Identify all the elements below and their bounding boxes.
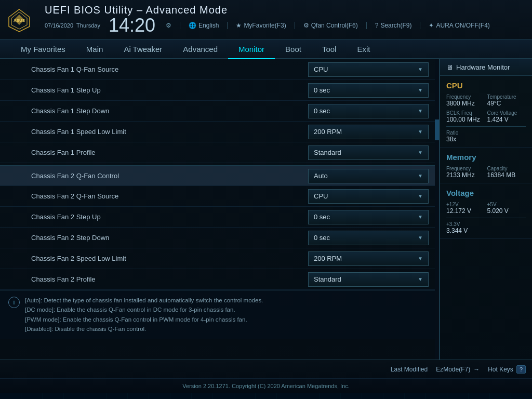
chassis-fan1-step-up-value: 0 sec bbox=[314, 86, 330, 94]
footer-bar: Last Modified EzMode(F7) → Hot Keys ? bbox=[0, 360, 532, 378]
v12-value: 12.172 V bbox=[446, 207, 485, 215]
table-row: Chassis Fan 2 Q-Fan Control Auto ▼ bbox=[0, 165, 439, 186]
memory-capacity-group: Capacity 16384 MB bbox=[487, 166, 526, 179]
svg-text:ASUS: ASUS bbox=[14, 18, 25, 23]
chassis-fan1-qfan-source-control: CPU ▼ bbox=[308, 62, 429, 77]
hot-keys-button[interactable]: Hot Keys ? bbox=[488, 365, 526, 374]
nav-monitor[interactable]: Monitor bbox=[228, 39, 275, 59]
chassis-fan1-speed-low-value: 200 RPM bbox=[314, 128, 342, 136]
table-row: Chassis Fan 1 Speed Low Limit 200 RPM ▼ bbox=[0, 122, 439, 142]
bclk-freq-label: BCLK Freq bbox=[446, 110, 485, 116]
info-line-1: [Auto]: Detect the type of chassis fan i… bbox=[25, 296, 431, 305]
chassis-fan2-step-up-value: 0 sec bbox=[314, 213, 330, 221]
hardware-monitor-title: Hardware Monitor bbox=[456, 63, 510, 71]
aura-label: AURA ON/OFF(F4) bbox=[436, 22, 489, 29]
my-favorite-button[interactable]: ★ MyFavorite(F3) bbox=[236, 22, 286, 29]
info-line-2: [DC mode]: Enable the chassis Q-Fan cont… bbox=[25, 305, 431, 314]
cpu-frequency-label: Frequency bbox=[446, 94, 485, 100]
chassis-fan1-step-down-control: 0 sec ▼ bbox=[308, 104, 429, 118]
chassis-fan2-step-down-dropdown[interactable]: 0 sec ▼ bbox=[308, 231, 429, 245]
chassis-fan2-qfan-control-dropdown[interactable]: Auto ▼ bbox=[308, 169, 429, 183]
scrollbar[interactable] bbox=[435, 59, 439, 360]
scroll-thumb[interactable] bbox=[435, 119, 439, 140]
core-voltage-label: Core Voltage bbox=[487, 110, 526, 116]
table-row: Chassis Fan 2 Step Down 0 sec ▼ bbox=[0, 228, 439, 248]
asus-logo-icon: ASUS bbox=[6, 7, 32, 33]
chassis-fan2-qfan-source-label: Chassis Fan 2 Q-Fan Source bbox=[31, 192, 308, 200]
nav-ai-tweaker[interactable]: Ai Tweaker bbox=[113, 39, 172, 59]
v33-value: 3.344 V bbox=[446, 227, 526, 234]
chassis-fan1-step-up-dropdown[interactable]: 0 sec ▼ bbox=[308, 83, 429, 98]
cpu-ratio-group: Ratio 38x bbox=[446, 130, 526, 143]
date-display: 07/16/2020 bbox=[45, 22, 73, 29]
last-modified-button[interactable]: Last Modified bbox=[391, 366, 428, 373]
cpu-ratio-value: 38x bbox=[446, 136, 526, 143]
cpu-temperature-group: Temperature 49°C bbox=[487, 94, 526, 107]
nav-tool[interactable]: Tool bbox=[312, 39, 347, 59]
hardware-monitor-header: 🖥 Hardware Monitor bbox=[440, 59, 532, 76]
memory-capacity-value: 16384 MB bbox=[487, 171, 526, 179]
version-text: Version 2.20.1271. Copyright (C) 2020 Am… bbox=[182, 383, 350, 389]
day-display: Thursday bbox=[76, 22, 100, 29]
chassis-fan2-step-up-control: 0 sec ▼ bbox=[308, 210, 429, 224]
chassis-fan2-speed-low-label: Chassis Fan 2 Speed Low Limit bbox=[31, 255, 308, 262]
aura-button[interactable]: ✦ AURA ON/OFF(F4) bbox=[429, 22, 489, 29]
chassis-fan2-qfan-control-value: Auto bbox=[314, 172, 328, 180]
voltage-section-title: Voltage bbox=[446, 189, 526, 197]
v33-group: +3.3V 3.344 V bbox=[446, 221, 526, 234]
search-button[interactable]: ? Search(F9) bbox=[375, 22, 412, 29]
hardware-monitor-panel: 🖥 Hardware Monitor CPU Frequency 3800 MH… bbox=[440, 59, 532, 360]
voltage-metrics-grid: +12V 12.172 V +5V 5.020 V bbox=[446, 202, 526, 215]
chassis-fan1-speed-low-dropdown[interactable]: 200 RPM ▼ bbox=[308, 125, 429, 139]
chassis-fan2-speed-low-dropdown[interactable]: 200 RPM ▼ bbox=[308, 251, 429, 266]
nav-my-favorites[interactable]: My Favorites bbox=[10, 39, 76, 59]
chassis-fan2-profile-dropdown[interactable]: Standard ▼ bbox=[308, 272, 429, 287]
chassis-fan1-qfan-source-value: CPU bbox=[314, 65, 328, 73]
memory-section-title: Memory bbox=[446, 153, 526, 162]
v12-group: +12V 12.172 V bbox=[446, 202, 485, 215]
chassis-fan2-profile-value: Standard bbox=[314, 275, 341, 283]
header-divider1 bbox=[180, 22, 180, 29]
chassis-fan1-qfan-source-dropdown[interactable]: CPU ▼ bbox=[308, 62, 429, 77]
table-row: Chassis Fan 2 Q-Fan Source CPU ▼ bbox=[0, 186, 439, 207]
v33-label: +3.3V bbox=[446, 221, 526, 227]
chassis-fan2-step-down-control: 0 sec ▼ bbox=[308, 231, 429, 245]
memory-frequency-label: Frequency bbox=[446, 166, 485, 171]
qfan-control-button[interactable]: ⚙ Qfan Control(F6) bbox=[303, 22, 358, 29]
header-divider5 bbox=[420, 22, 420, 29]
ez-mode-button[interactable]: EzMode(F7) → bbox=[436, 366, 480, 373]
v5-value: 5.020 V bbox=[487, 207, 526, 215]
datetime-display: 07/16/2020 Thursday bbox=[45, 22, 100, 29]
chassis-fan1-profile-value: Standard bbox=[314, 149, 341, 156]
star-icon: ★ bbox=[236, 22, 242, 29]
chassis-fan2-step-up-dropdown[interactable]: 0 sec ▼ bbox=[308, 210, 429, 224]
help-key-badge: ? bbox=[516, 365, 526, 374]
chassis-fan2-qfan-source-dropdown[interactable]: CPU ▼ bbox=[308, 189, 429, 204]
nav-advanced[interactable]: Advanced bbox=[172, 39, 228, 59]
table-row: Chassis Fan 1 Step Down 0 sec ▼ bbox=[0, 101, 439, 122]
header-divider3 bbox=[295, 22, 295, 29]
table-row: Chassis Fan 2 Profile Standard ▼ bbox=[0, 269, 439, 290]
chassis-fan1-profile-dropdown[interactable]: Standard ▼ bbox=[308, 145, 429, 160]
chassis-fan2-step-down-value: 0 sec bbox=[314, 234, 330, 242]
nav-boot[interactable]: Boot bbox=[275, 39, 312, 59]
nav-main[interactable]: Main bbox=[76, 39, 114, 59]
language-selector[interactable]: 🌐 English bbox=[189, 22, 219, 29]
table-row: Chassis Fan 1 Step Up 0 sec ▼ bbox=[0, 80, 439, 101]
fan-icon: ⚙ bbox=[303, 22, 309, 29]
info-icon: i bbox=[8, 297, 20, 308]
logo: ASUS bbox=[6, 7, 36, 33]
info-line-4: [Disabled]: Disable the chassis Q-Fan co… bbox=[25, 324, 431, 334]
chassis-fan2-qfan-control-label: Chassis Fan 2 Q-Fan Control bbox=[31, 172, 308, 180]
nav-exit[interactable]: Exit bbox=[347, 39, 380, 59]
chassis-fan2-qfan-source-value: CPU bbox=[314, 192, 328, 200]
chassis-fan2-qfan-source-control: CPU ▼ bbox=[308, 189, 429, 204]
chassis-fan2-speed-low-value: 200 RPM bbox=[314, 255, 342, 262]
settings-gear-icon[interactable]: ⚙ bbox=[166, 22, 171, 29]
qfan-label: Qfan Control(F6) bbox=[311, 22, 358, 29]
chassis-fan1-step-down-dropdown[interactable]: 0 sec ▼ bbox=[308, 104, 429, 118]
aura-icon: ✦ bbox=[429, 22, 434, 29]
table-row: Chassis Fan 1 Profile Standard ▼ bbox=[0, 142, 439, 163]
cpu-divider bbox=[446, 126, 526, 127]
monitor-icon: 🖥 bbox=[446, 63, 453, 71]
